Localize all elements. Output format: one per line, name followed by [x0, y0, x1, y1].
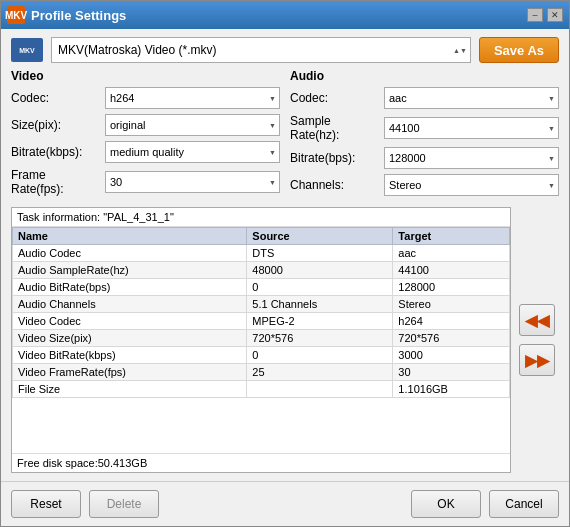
table-cell: 3000 [393, 347, 510, 364]
table-cell: 0 [247, 347, 393, 364]
table-cell: 720*576 [247, 330, 393, 347]
video-bitrate-select-wrapper: medium quality [105, 141, 280, 163]
table-cell: DTS [247, 245, 393, 262]
video-codec-row: Codec: h264 [11, 87, 280, 109]
table-row: Video FrameRate(fps)2530 [13, 364, 510, 381]
audio-channels-select[interactable]: Stereo [384, 174, 559, 196]
table-cell: 25 [247, 364, 393, 381]
audio-group-title: Audio [290, 69, 559, 83]
video-size-row: Size(pix): original [11, 114, 280, 136]
audio-bitrate-select[interactable]: 128000 [384, 147, 559, 169]
table-row: Audio BitRate(bps)0128000 [13, 279, 510, 296]
table-cell: 30 [393, 364, 510, 381]
table-cell: 44100 [393, 262, 510, 279]
col-name: Name [13, 228, 247, 245]
audio-codec-select[interactable]: aac [384, 87, 559, 109]
video-framerate-select-wrapper: 30 [105, 171, 280, 193]
format-select-wrapper: MKV(Matroska) Video (*.mkv) [51, 37, 471, 63]
audio-bitrate-select-wrapper: 128000 [384, 147, 559, 169]
table-cell: Video BitRate(kbps) [13, 347, 247, 364]
window-controls: – ✕ [527, 8, 563, 22]
task-area: Task information: "PAL_4_31_1" Name Sour… [11, 207, 559, 473]
prev-button[interactable]: ◀◀ [519, 304, 555, 336]
task-table-container: Name Source Target Audio CodecDTSaacAudi… [12, 227, 510, 453]
audio-channels-select-wrapper: Stereo [384, 174, 559, 196]
ok-button[interactable]: OK [411, 490, 481, 518]
video-settings: Video Codec: h264 Size(pix): original [11, 69, 280, 201]
audio-samplerate-label: Sample Rate(hz): [290, 114, 380, 142]
table-cell: File Size [13, 381, 247, 398]
col-target: Target [393, 228, 510, 245]
mkv-icon: MKV [11, 38, 43, 62]
table-row: Audio SampleRate(hz)4800044100 [13, 262, 510, 279]
task-table: Name Source Target Audio CodecDTSaacAudi… [12, 227, 510, 398]
audio-channels-row: Channels: Stereo [290, 174, 559, 196]
app-icon: MKV [7, 6, 25, 24]
table-row: Audio Channels5.1 ChannelsStereo [13, 296, 510, 313]
settings-columns: Video Codec: h264 Size(pix): original [11, 69, 559, 201]
video-bitrate-row: Bitrate(kbps): medium quality [11, 141, 280, 163]
save-as-button[interactable]: Save As [479, 37, 559, 63]
table-row: File Size1.1016GB [13, 381, 510, 398]
next-button[interactable]: ▶▶ [519, 344, 555, 376]
format-bar: MKV MKV(Matroska) Video (*.mkv) Save As [11, 37, 559, 63]
table-cell: 5.1 Channels [247, 296, 393, 313]
audio-channels-label: Channels: [290, 178, 380, 192]
video-codec-select[interactable]: h264 [105, 87, 280, 109]
table-row: Audio CodecDTSaac [13, 245, 510, 262]
title-bar: MKV Profile Settings – ✕ [1, 1, 569, 29]
table-cell: MPEG-2 [247, 313, 393, 330]
cancel-button[interactable]: Cancel [489, 490, 559, 518]
video-size-select-wrapper: original [105, 114, 280, 136]
video-bitrate-select[interactable]: medium quality [105, 141, 280, 163]
table-row: Video CodecMPEG-2h264 [13, 313, 510, 330]
table-cell: 128000 [393, 279, 510, 296]
video-size-label: Size(pix): [11, 118, 101, 132]
table-cell: 48000 [247, 262, 393, 279]
format-select[interactable]: MKV(Matroska) Video (*.mkv) [51, 37, 471, 63]
audio-settings: Audio Codec: aac Sample Rate(hz): 44100 [290, 69, 559, 201]
task-table-header: Name Source Target [13, 228, 510, 245]
video-framerate-label: Frame Rate(fps): [11, 168, 101, 196]
table-cell: Audio BitRate(bps) [13, 279, 247, 296]
task-info-title: Task information: "PAL_4_31_1" [12, 208, 510, 227]
video-framerate-select[interactable]: 30 [105, 171, 280, 193]
audio-samplerate-row: Sample Rate(hz): 44100 [290, 114, 559, 142]
table-cell: Audio SampleRate(hz) [13, 262, 247, 279]
table-cell: aac [393, 245, 510, 262]
minimize-button[interactable]: – [527, 8, 543, 22]
table-cell: Audio Codec [13, 245, 247, 262]
audio-codec-label: Codec: [290, 91, 380, 105]
profile-settings-window: MKV Profile Settings – ✕ MKV MKV(Matrosk… [0, 0, 570, 527]
audio-codec-select-wrapper: aac [384, 87, 559, 109]
video-codec-label: Codec: [11, 91, 101, 105]
reset-button[interactable]: Reset [11, 490, 81, 518]
col-source: Source [247, 228, 393, 245]
window-title: Profile Settings [31, 8, 527, 23]
video-group-title: Video [11, 69, 280, 83]
video-bitrate-label: Bitrate(kbps): [11, 145, 101, 159]
audio-samplerate-select[interactable]: 44100 [384, 117, 559, 139]
table-cell: Video FrameRate(fps) [13, 364, 247, 381]
table-row: Video Size(pix)720*576720*576 [13, 330, 510, 347]
table-cell: 720*576 [393, 330, 510, 347]
audio-bitrate-row: Bitrate(bps): 128000 [290, 147, 559, 169]
table-cell: 0 [247, 279, 393, 296]
task-info-box: Task information: "PAL_4_31_1" Name Sour… [11, 207, 511, 473]
table-cell: 1.1016GB [393, 381, 510, 398]
task-table-body: Audio CodecDTSaacAudio SampleRate(hz)480… [13, 245, 510, 398]
video-size-select[interactable]: original [105, 114, 280, 136]
table-cell: Audio Channels [13, 296, 247, 313]
nav-buttons: ◀◀ ▶▶ [515, 207, 559, 473]
table-row: Video BitRate(kbps)03000 [13, 347, 510, 364]
table-cell [247, 381, 393, 398]
table-cell: Stereo [393, 296, 510, 313]
table-cell: Video Codec [13, 313, 247, 330]
main-content: MKV MKV(Matroska) Video (*.mkv) Save As … [1, 29, 569, 481]
free-disk-space: Free disk space:50.413GB [12, 453, 510, 472]
close-button[interactable]: ✕ [547, 8, 563, 22]
audio-samplerate-select-wrapper: 44100 [384, 117, 559, 139]
table-cell: h264 [393, 313, 510, 330]
video-codec-select-wrapper: h264 [105, 87, 280, 109]
delete-button[interactable]: Delete [89, 490, 159, 518]
